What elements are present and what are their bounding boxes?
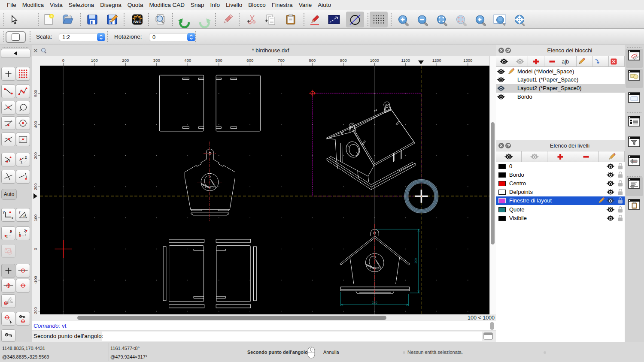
svg-text:200: 200 — [122, 58, 129, 63]
svg-text:800: 800 — [309, 58, 316, 63]
svg-text:2: 2 — [24, 229, 26, 233]
svg-text:209: 209 — [414, 258, 418, 264]
svg-text:100: 100 — [91, 58, 98, 63]
svg-text:1000: 1000 — [370, 58, 379, 63]
svg-text:300: 300 — [33, 152, 38, 159]
svg-text:400: 400 — [33, 121, 38, 128]
svg-text:1: 1 — [6, 235, 8, 239]
svg-text:900: 900 — [340, 58, 347, 63]
svg-text:2: 2 — [10, 229, 12, 234]
svg-text:600: 600 — [246, 58, 253, 63]
svg-text:1: 1 — [21, 160, 23, 164]
svg-text:100: 100 — [33, 214, 38, 221]
svg-text:SVG: SVG — [133, 20, 141, 24]
svg-text:1: 1 — [19, 231, 21, 235]
svg-text:500: 500 — [216, 58, 222, 63]
svg-text:r: r — [19, 210, 21, 214]
svg-text:1300: 1300 — [463, 58, 472, 63]
svg-text:a: a — [24, 214, 26, 218]
svg-text:220: 220 — [372, 301, 377, 305]
svg-text:200: 200 — [33, 183, 38, 190]
svg-text:-200: -200 — [33, 307, 38, 314]
svg-text:x: x — [12, 216, 14, 220]
svg-text:700: 700 — [278, 58, 285, 63]
svg-text:1100: 1100 — [401, 58, 410, 63]
svg-text:300: 300 — [153, 58, 160, 63]
svg-text:400: 400 — [184, 58, 191, 63]
svg-text:0: 0 — [33, 248, 38, 250]
svg-text:1200: 1200 — [432, 58, 441, 63]
svg-text:a|b: a|b — [562, 59, 569, 65]
svg-text:y: y — [3, 210, 5, 214]
svg-text:0: 0 — [62, 58, 64, 63]
svg-text:-100: -100 — [33, 276, 38, 284]
svg-text:500: 500 — [33, 90, 38, 97]
svg-text:2: 2 — [25, 155, 27, 160]
